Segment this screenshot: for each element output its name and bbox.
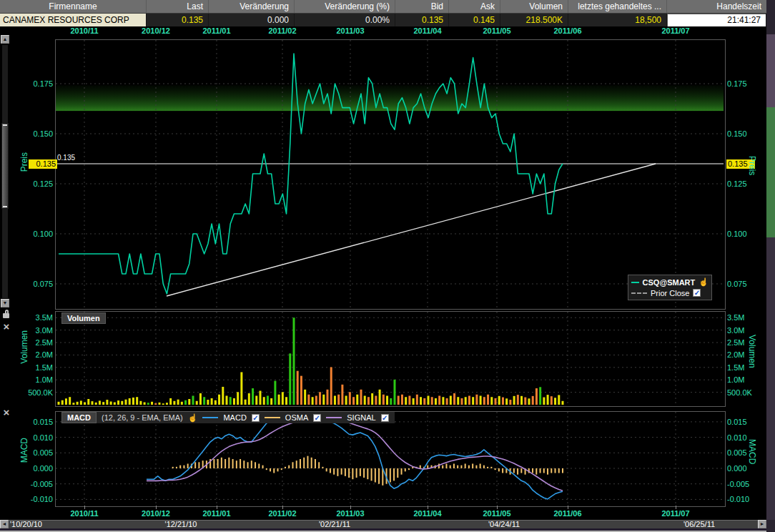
volume-ytick-r: 3.0M (727, 326, 763, 335)
price-ytick-r: 0.150 (727, 129, 763, 139)
legend-item-symbol[interactable]: CSQ@SMART ☝ (631, 277, 709, 287)
right-rail-scrollbar[interactable] (766, 0, 775, 532)
price-ytick-r: 0.175 (727, 79, 763, 89)
signal-series-checkbox[interactable] (381, 414, 389, 422)
osma-series-checkbox[interactable] (313, 414, 321, 422)
change-pct-cell[interactable]: 0.00% (295, 14, 395, 26)
volume-chart[interactable] (56, 312, 724, 405)
scroll-down-button[interactable]: ▼ (1, 299, 9, 307)
axis-tick (497, 506, 498, 509)
scroll-up-button[interactable]: ▲ (1, 35, 9, 44)
macd-panel-title[interactable]: MACD (61, 412, 97, 423)
macd-ytick-l: 0.000 (14, 464, 53, 473)
price-ytick-r: 0.100 (727, 230, 763, 239)
horizontal-scrollbar[interactable] (0, 520, 766, 528)
vertical-scrollbar-thumb[interactable] (1, 123, 9, 209)
macd-ytick-r: -0.005 (727, 480, 763, 489)
scrollbar-date-label: '06/25/11 (683, 520, 715, 528)
volume-panel-title[interactable]: Volumen (61, 312, 106, 324)
right-arrow-icon: ► (760, 521, 765, 526)
symbol-label: CSQ@SMART (643, 278, 696, 287)
bottom-date-label: 2011/05 (483, 509, 510, 518)
price-ytick-l: 0.175 (14, 79, 53, 89)
price-chart[interactable] (56, 40, 724, 307)
highlight-band (56, 85, 724, 111)
prior-close-label: Prior Close (651, 289, 689, 297)
macd-series-checkbox[interactable] (252, 414, 260, 422)
volume-ytick-r: 3.5M (727, 313, 763, 322)
volume-ytick-r: 500.0K (727, 388, 763, 398)
prior-close-line-swatch (631, 292, 647, 294)
price-ytick-l: 0.075 (14, 280, 53, 289)
macd-axis-title-right: MACD (747, 439, 757, 464)
macd-chart-panel[interactable] (55, 411, 726, 507)
macd-line-swatch (202, 417, 218, 418)
bottom-date-label: 2011/07 (661, 509, 689, 518)
bottom-date-label: 2010/11 (70, 509, 98, 518)
col-header-change: Veränderung (209, 0, 295, 13)
ask-cell[interactable]: 0.145 (449, 14, 500, 26)
osma-series-label: OSMA (285, 413, 308, 422)
col-header-last-size: letztes gehandeltes ... (568, 0, 667, 13)
last-price-axis-tag: 0.135 (29, 159, 57, 169)
macd-chart[interactable] (56, 412, 724, 505)
bottom-date-label: 2011/02 (268, 509, 296, 518)
price-ytick-r: 0.125 (727, 179, 763, 189)
change-cell[interactable]: 0.000 (209, 14, 295, 26)
volume-cell[interactable]: 218.500K (500, 14, 568, 26)
volume-ytick-r: 1.5M (727, 363, 763, 373)
right-rail-segment-top[interactable] (766, 34, 775, 107)
top-date-label: 2011/02 (268, 26, 296, 35)
price-axis-title-right: Preis (747, 156, 757, 175)
up-arrow-icon: ▲ (3, 36, 8, 41)
prior-close-line-label: 0.135 (57, 154, 75, 162)
right-rail-visible-range[interactable] (766, 107, 775, 237)
macd-params: (12, 26, 9 - EMA, EMA) (102, 413, 183, 422)
close-macd-panel-button[interactable]: × (1, 408, 11, 418)
top-date-label: 2011/07 (661, 26, 689, 35)
top-date-label: 2011/05 (483, 26, 510, 35)
price-ytick-l: 0.125 (14, 179, 53, 189)
last-size-cell[interactable]: 18,500 (568, 14, 667, 26)
price-ytick-l: 0.150 (14, 129, 53, 139)
col-header-last: Last (147, 0, 209, 13)
bid-cell[interactable]: 0.135 (395, 14, 449, 26)
axis-lock-icon[interactable] (3, 313, 9, 318)
right-rail-segment-bottom[interactable] (766, 237, 775, 520)
volume-ytick-r: 2.5M (727, 338, 763, 348)
volume-ytick-r: 2.0M (727, 350, 763, 360)
macd-axis-title-left: MACD (19, 438, 29, 463)
quote-value-row[interactable]: CANAMEX RESOURCES CORP 0.135 0.000 0.00%… (0, 14, 766, 27)
company-name-cell[interactable]: CANAMEX RESOURCES CORP (0, 14, 147, 26)
volume-ytick-l: 500.0K (14, 388, 53, 398)
col-header-firmenname: Firmenname (0, 0, 147, 13)
scroll-left-button[interactable]: ◄ (0, 520, 9, 528)
axis-tick (84, 506, 85, 509)
volume-axis-title-right: Volumen (747, 335, 757, 368)
macd-ytick-r: -0.010 (727, 495, 763, 504)
trade-time-cell[interactable]: 21:41:27 (667, 14, 766, 26)
axis-tick (350, 506, 351, 509)
top-date-label: 2011/06 (553, 26, 581, 35)
symbol-line-swatch (631, 282, 639, 283)
macd-ytick-r: 0.010 (727, 433, 763, 443)
volume-chart-panel[interactable] (55, 311, 726, 407)
volume-ytick-l: 1.0M (14, 375, 53, 385)
macd-ytick-l: -0.010 (14, 495, 53, 504)
volume-axis-title-left: Volumen (19, 330, 29, 364)
bottom-date-label: 2011/06 (553, 509, 581, 518)
col-header-bid: Bid (395, 0, 449, 13)
prior-close-checkbox[interactable] (693, 289, 701, 297)
macd-panel-header: MACD (12, 26, 9 - EMA, EMA) ☝ MACD OSMA … (61, 412, 395, 423)
price-axis-title-left: Preis (19, 152, 29, 172)
close-volume-panel-button[interactable]: × (1, 322, 11, 332)
signal-line-swatch (326, 417, 342, 418)
legend-item-prior-close[interactable]: Prior Close (631, 287, 709, 298)
scroll-right-button[interactable]: ► (758, 520, 766, 528)
last-price-cell[interactable]: 0.135 (147, 14, 209, 26)
macd-ytick-l: 0.015 (14, 418, 53, 427)
osma-line-swatch (265, 417, 280, 418)
price-chart-panel[interactable] (55, 39, 726, 310)
volume-ytick-l: 3.5M (14, 313, 53, 322)
col-header-change-pct: Veränderung (%) (295, 0, 395, 13)
